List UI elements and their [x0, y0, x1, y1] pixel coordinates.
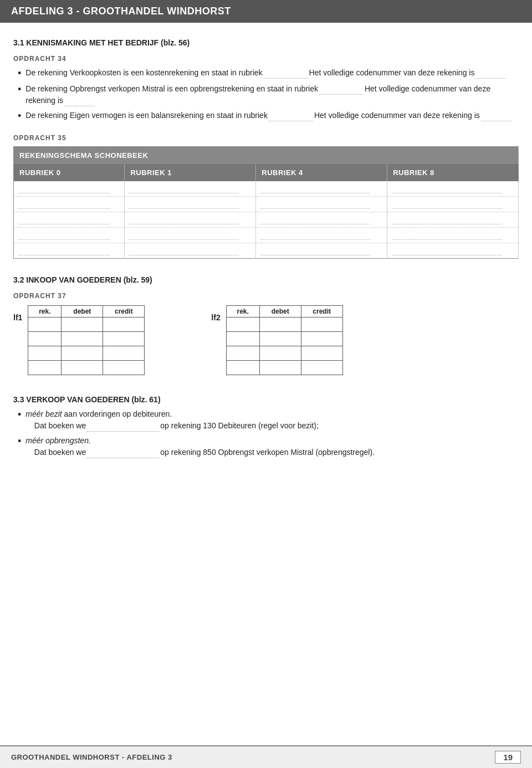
- lf2-rek-header: rek.: [226, 306, 259, 318]
- lf1-debet-header: debet: [62, 306, 103, 318]
- lf1-rek-1: [28, 318, 62, 332]
- lf2-credit-3: [301, 346, 342, 361]
- t-account-lf1: rek. debet credit: [28, 305, 145, 375]
- cell-4-2: [256, 197, 387, 212]
- lf1-credit-4: [103, 361, 145, 375]
- cell-0-5: [14, 243, 125, 259]
- dot-fill-2a: [319, 94, 364, 95]
- lf2-row-4: [226, 361, 342, 375]
- lf1-credit-header: credit: [103, 306, 145, 318]
- dot-fill-3b: [481, 121, 511, 121]
- section33-bullet-1: • méér bezit aan vorderingen op debiteur…: [18, 408, 519, 432]
- lf1-debet-2: [62, 332, 103, 346]
- section-33-bullets: • méér bezit aan vorderingen op debiteur…: [18, 408, 519, 458]
- lf1-credit-1: [103, 318, 145, 332]
- bullet-1: • De rekening Verkoopkosten is een koste…: [18, 67, 519, 80]
- page-header: AFDELING 3 - GROOTHANDEL WINDHORST: [0, 0, 532, 23]
- t-accounts-container: lf1 rek. debet credit: [13, 305, 519, 375]
- opdracht-34-bullets: • De rekening Verkoopkosten is een koste…: [18, 67, 519, 123]
- lf1-rek-3: [28, 346, 62, 361]
- lf2-row-1: [226, 318, 342, 332]
- lf2-credit-2: [301, 332, 342, 346]
- lf1-row-3: [28, 346, 145, 361]
- cell-8-3: [387, 212, 519, 228]
- section-31-title: 3.1 KENNISMAKING MET HET BEDRIJF (blz. 5…: [13, 38, 519, 47]
- lf1-debet-4: [62, 361, 103, 375]
- schema-title-row: REKENINGSCHEMA SCHONEBEEK: [14, 146, 519, 164]
- lf2-debet-4: [259, 361, 301, 375]
- lf2-rek-1: [226, 318, 259, 332]
- t-account-lf2-wrap: lf2 rek. debet credit: [211, 305, 342, 375]
- cell-8-1: [387, 181, 519, 197]
- t-account-lf2-label: lf2: [211, 313, 220, 322]
- lf1-row-2: [28, 332, 145, 346]
- content: 3.1 KENNISMAKING MET HET BEDRIJF (blz. 5…: [0, 23, 532, 768]
- schema-data-row-2: [14, 197, 519, 212]
- dot-fill-33-1a: [87, 431, 159, 432]
- lf1-credit-3: [103, 346, 145, 361]
- lf2-debet-1: [259, 318, 301, 332]
- lf2-credit-4: [301, 361, 342, 375]
- lf1-credit-2: [103, 332, 145, 346]
- cell-0-3: [14, 212, 125, 228]
- t-account-lf2-header: rek. debet credit: [226, 306, 342, 318]
- lf2-row-3: [226, 346, 342, 361]
- section33-bullet-1-text: méér bezit aan vorderingen op debiteuren…: [25, 408, 319, 432]
- cell-1-5: [125, 243, 256, 259]
- bullet-dot-2: •: [18, 83, 21, 96]
- lf2-rek-2: [226, 332, 259, 346]
- bullet-3-text: De rekening Eigen vermogen is een balans…: [25, 110, 512, 121]
- opdracht-37-label: OPDRACHT 37: [13, 292, 519, 300]
- bullet-2-text: De rekening Opbrengst verkopen Mistral i…: [25, 83, 519, 106]
- section33-bullet-2: • méér opbrengsten. Dat boeken weop reke…: [18, 435, 519, 458]
- t-account-lf1-wrap: lf1 rek. debet credit: [13, 305, 145, 375]
- meer-opbrengsten-text: méér opbrengsten.: [25, 436, 91, 445]
- schema-data-row-1: [14, 181, 519, 197]
- lf1-rek-2: [28, 332, 62, 346]
- meer-bezit-text: méér bezit: [25, 409, 62, 418]
- dot-fill-3a: [269, 121, 313, 121]
- schema-data-row-4: [14, 228, 519, 243]
- bullet-dot-33-1: •: [18, 408, 21, 421]
- lf2-row-2: [226, 332, 342, 346]
- dot-fill-1b: [475, 78, 506, 79]
- col-header-1: RUBRIEK 1: [125, 164, 256, 181]
- dot-fill-1a: [264, 78, 308, 79]
- lf1-row-1: [28, 318, 145, 332]
- opdracht-34-label: OPDRACHT 34: [13, 55, 519, 63]
- col-header-4: RUBRIEK 4: [256, 164, 387, 181]
- lf1-rek-header: rek.: [28, 306, 62, 318]
- footer-left-text: GROOTHANDEL WINDHORST - Afdeling 3: [11, 753, 172, 761]
- bullet-dot-33-2: •: [18, 435, 21, 448]
- cell-4-5: [256, 243, 387, 259]
- cell-8-5: [387, 243, 519, 259]
- lf2-debet-3: [259, 346, 301, 361]
- dot-fill-33-2a: [87, 458, 159, 458]
- lf1-row-4: [28, 361, 145, 375]
- cell-0-4: [14, 228, 125, 243]
- cell-4-1: [256, 181, 387, 197]
- lf2-credit-header: credit: [301, 306, 342, 318]
- page: AFDELING 3 - GROOTHANDEL WINDHORST 3.1 K…: [0, 0, 532, 768]
- header-title: AFDELING 3 - GROOTHANDEL WINDHORST: [11, 6, 231, 17]
- col-header-0: RUBRIEK 0: [14, 164, 125, 181]
- schema-data-row-3: [14, 212, 519, 228]
- dot-fill-2b: [64, 106, 95, 106]
- cell-8-2: [387, 197, 519, 212]
- bullet-dot-3: •: [18, 110, 21, 122]
- t-account-lf1-header: rek. debet credit: [28, 306, 145, 318]
- section33-bullet-2-text: méér opbrengsten. Dat boeken weop rekeni…: [25, 435, 375, 458]
- cell-1-3: [125, 212, 256, 228]
- lf2-rek-3: [226, 346, 259, 361]
- opdracht-35-label: OPDRACHT 35: [13, 134, 519, 142]
- lf2-debet-header: debet: [259, 306, 301, 318]
- t-account-lf2: rek. debet credit: [226, 305, 343, 375]
- schema-data-row-5: [14, 243, 519, 259]
- bullet-3: • De rekening Eigen vermogen is een bala…: [18, 110, 519, 122]
- page-footer: GROOTHANDEL WINDHORST - Afdeling 3 19: [0, 745, 532, 768]
- cell-4-3: [256, 212, 387, 228]
- lf1-rek-4: [28, 361, 62, 375]
- t-account-lf1-label: lf1: [13, 313, 22, 322]
- cell-8-4: [387, 228, 519, 243]
- col-header-8: RUBRIEK 8: [387, 164, 519, 181]
